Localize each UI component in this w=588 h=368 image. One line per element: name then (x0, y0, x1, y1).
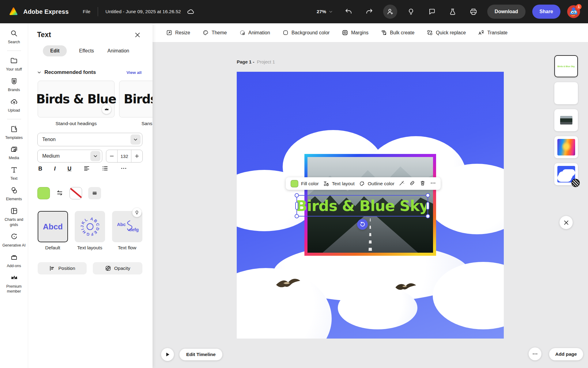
edit-timeline-button[interactable]: Edit Timeline (179, 349, 222, 360)
tab-edit[interactable]: Edit (43, 45, 67, 56)
recommended-fonts-header[interactable]: Recommended fonts (37, 69, 96, 75)
resize-handle-top-right[interactable] (426, 193, 430, 197)
resize-handle-bottom-right[interactable] (426, 214, 430, 218)
spacing-button[interactable] (88, 187, 101, 199)
cloud-sync-button[interactable] (187, 8, 194, 16)
print-button[interactable] (466, 5, 481, 19)
text-color-swatch[interactable] (37, 187, 50, 199)
animation-button[interactable]: Animation (239, 29, 270, 36)
page-more-options-button[interactable] (529, 347, 541, 360)
font-card-sans[interactable]: Birds (119, 81, 153, 117)
decrease-font-size-button[interactable] (106, 150, 117, 162)
share-button[interactable]: Share (532, 5, 560, 19)
file-menu[interactable]: File (83, 9, 90, 14)
outline-color-button[interactable]: Outline color (359, 181, 394, 187)
sidebar-item-brands[interactable]: Brands (0, 77, 28, 93)
text-selection-box[interactable]: Birds & Blue Sky (296, 195, 428, 217)
suggestion-bulb-badge[interactable] (132, 208, 141, 217)
margins-button[interactable]: Margins (342, 29, 368, 36)
sidebar-item-elements[interactable]: Elements (0, 186, 28, 202)
resize-handle-top-left[interactable] (295, 193, 299, 197)
sidebar-item-charts-and-grids[interactable]: Charts and grids (0, 207, 28, 228)
bulk-create-button[interactable]: Bulk create (381, 29, 414, 36)
bold-button[interactable]: B (38, 166, 42, 172)
ideas-button[interactable] (404, 5, 418, 19)
resize-handle-left[interactable] (295, 202, 298, 210)
theme-button[interactable]: Theme (202, 29, 227, 36)
outline-none-swatch[interactable] (70, 187, 82, 199)
invite-collaborators-button[interactable] (383, 5, 397, 19)
sidebar-item-generative-ai[interactable]: Generative AI (0, 233, 28, 248)
toolbar-label: Margins (351, 30, 368, 36)
font-size-value[interactable]: 132 (118, 154, 131, 159)
sidebar-item-premium[interactable]: Premium member (0, 274, 28, 294)
beta-features-button[interactable] (446, 5, 460, 19)
tab-effects[interactable]: Effects (78, 45, 95, 56)
underline-button[interactable]: U (67, 166, 71, 172)
adobe-express-logo[interactable] (8, 7, 19, 17)
sidebar-item-text[interactable]: Text (0, 166, 28, 181)
list-button[interactable] (102, 165, 108, 173)
page-thumbnail-4[interactable] (554, 136, 578, 158)
position-button[interactable]: Position (38, 262, 87, 274)
italic-button[interactable]: I (54, 166, 56, 172)
quick-replace-button[interactable]: Quick replace (427, 29, 466, 36)
undo-button[interactable] (341, 5, 356, 19)
sidebar-item-templates[interactable]: Templates (0, 125, 28, 140)
add-page-button[interactable]: Add page (549, 348, 583, 360)
chevron-down-icon (133, 137, 138, 142)
text-layout-label: Text layout (332, 181, 355, 186)
rotate-handle[interactable] (357, 219, 368, 230)
more-format-options-button[interactable] (120, 165, 127, 173)
page-thumbnail-3[interactable] (554, 109, 578, 131)
style-wand-button[interactable] (399, 180, 405, 187)
sidebar-item-add-ons[interactable]: Add-ons (0, 253, 28, 269)
premium-crown-badge (102, 105, 111, 114)
sidebar-item-upload[interactable]: Upload (0, 98, 28, 113)
font-weight-select[interactable]: Medium (37, 150, 102, 163)
alignment-button[interactable] (83, 165, 90, 173)
tab-animation[interactable]: Animation (106, 45, 130, 56)
link-button[interactable] (409, 180, 415, 187)
bird-element[interactable] (395, 281, 417, 294)
sidebar-item-media[interactable]: Media (0, 145, 28, 161)
resize-button[interactable]: Resize (166, 29, 190, 36)
sidebar-item-search[interactable]: Search (0, 29, 28, 45)
page-thumbnail-1[interactable]: Birds & Blue Sky (554, 55, 578, 77)
delete-button[interactable] (420, 180, 426, 187)
increase-font-size-button[interactable] (131, 150, 142, 162)
bird-element[interactable] (275, 277, 301, 291)
template-lightning-icon (10, 125, 18, 133)
comments-button[interactable] (425, 5, 439, 19)
account-avatar[interactable]: 1 (567, 5, 580, 18)
page-thumbnail-2[interactable] (554, 82, 578, 104)
artboard-headline-text[interactable]: Birds & Blue Sky (296, 197, 428, 214)
close-pages-panel-button[interactable] (560, 216, 573, 229)
swap-colors-button[interactable] (56, 189, 63, 197)
resize-handle-bottom-left[interactable] (295, 214, 299, 218)
fill-color-button[interactable]: Fill color (291, 180, 319, 187)
document-title: Untitled - June 09, 2025 at 16.26.52 (105, 9, 181, 14)
panel-close-button[interactable] (134, 32, 141, 39)
zoom-control[interactable]: 27% (317, 9, 333, 14)
font-card-stand-out[interactable]: Birds & Blue (38, 81, 115, 117)
play-button[interactable] (161, 348, 174, 361)
redo-button[interactable] (362, 5, 376, 19)
sidebar-item-your-stuff[interactable]: Your stuff (0, 57, 28, 72)
more-options-button[interactable] (430, 180, 436, 187)
resize-handle-right[interactable] (426, 202, 429, 210)
font-size-stepper: 132 (106, 150, 143, 163)
theme-palette-icon (202, 29, 209, 36)
thumbnail-photo (560, 116, 572, 125)
page-thumbnail-5[interactable] (554, 163, 578, 185)
rotate-icon (360, 221, 365, 227)
style-card-text-layouts[interactable]: ABCDEFGHIJKL (75, 211, 105, 242)
background-color-button[interactable]: Background color (282, 29, 330, 36)
translate-button[interactable]: Translate (478, 29, 507, 36)
view-all-link[interactable]: View all (126, 70, 141, 75)
opacity-button[interactable]: Opacity (93, 262, 142, 274)
style-card-default[interactable]: Abcd (38, 211, 68, 242)
text-layout-button[interactable]: Text layout (323, 181, 355, 187)
download-button[interactable]: Download (487, 5, 525, 19)
font-family-select[interactable]: Tenon (37, 133, 142, 146)
